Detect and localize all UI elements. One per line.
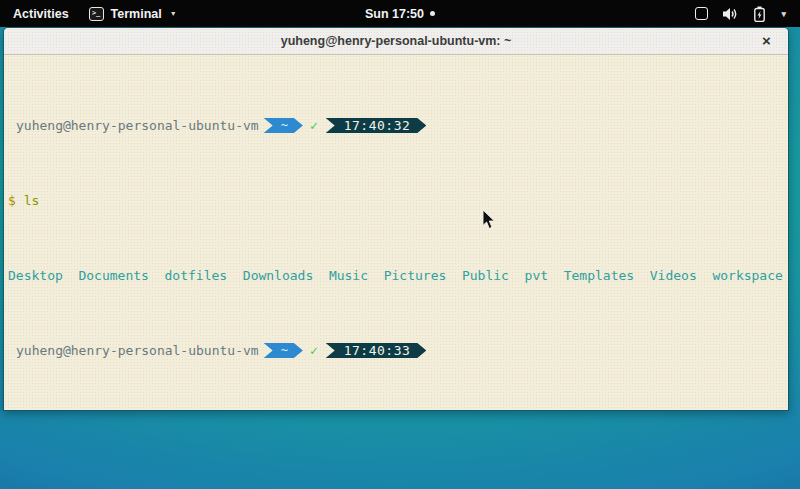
typed-command: ls: [24, 193, 40, 208]
app-menu-terminal[interactable]: >_ Terminal ▼: [89, 7, 177, 21]
terminal-app-icon: >_: [89, 7, 104, 21]
clock-label[interactable]: Sun 17:50: [365, 7, 424, 21]
volume-icon: [723, 7, 739, 21]
window-titlebar[interactable]: yuheng@henry-personal-ubuntu-vm: ~ ×: [4, 28, 788, 55]
system-status-area[interactable]: ▾: [695, 6, 800, 22]
window-title: yuheng@henry-personal-ubuntu-vm: ~: [281, 34, 512, 48]
activities-button[interactable]: Activities: [11, 5, 71, 23]
prompt-user-host: yuheng@henry-personal-ubuntu-vm: [16, 118, 259, 133]
prompt-line: yuheng@henry-personal-ubuntu-vm ~ ✓ 17:4…: [8, 118, 784, 133]
close-button[interactable]: ×: [757, 32, 776, 51]
prompt-cwd-segment: ~: [264, 118, 303, 133]
notification-dot-icon: [430, 11, 435, 16]
battery-charging-icon: [754, 6, 765, 22]
app-menu-label: Terminal: [111, 7, 162, 21]
prompt-user-host: yuheng@henry-personal-ubuntu-vm: [16, 343, 259, 358]
screen-icon: [695, 7, 708, 20]
prompt-status-check-icon: ✓: [310, 118, 318, 133]
shell-symbol: $: [8, 193, 16, 208]
mouse-pointer-icon: [482, 209, 496, 230]
terminal-window: yuheng@henry-personal-ubuntu-vm: ~ × yuh…: [3, 27, 789, 411]
command-line: $ ls: [8, 193, 784, 208]
chevron-down-icon: ▾: [781, 9, 786, 19]
gnome-top-bar: Activities >_ Terminal ▼ Sun 17:50 ▾: [0, 0, 800, 27]
prompt-time-segment: 17:40:33: [326, 343, 427, 358]
prompt-cwd-segment: ~: [264, 343, 303, 358]
prompt-time-segment: 17:40:32: [326, 118, 427, 133]
chevron-down-icon: ▼: [170, 10, 177, 17]
prompt-status-check-icon: ✓: [310, 343, 318, 358]
terminal-content[interactable]: yuheng@henry-personal-ubuntu-vm ~ ✓ 17:4…: [4, 55, 788, 410]
prompt-line: yuheng@henry-personal-ubuntu-vm ~ ✓ 17:4…: [8, 343, 784, 358]
ls-output: Desktop Documents dotfiles Downloads Mus…: [8, 268, 784, 283]
